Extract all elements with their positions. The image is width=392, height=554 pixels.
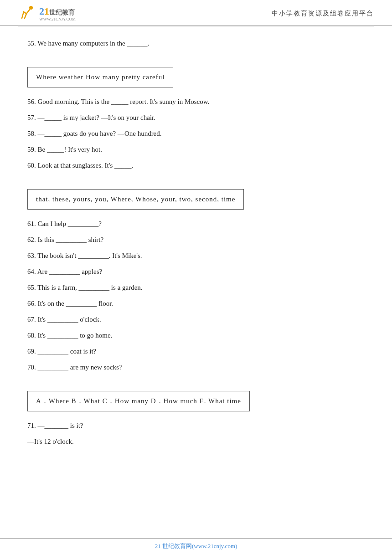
header: 21世纪教育 WWW.21CNJY.COM 中小学教育资源及组卷应用平台 bbox=[0, 0, 392, 26]
word-box-2: that, these, yours, you, Where, Whose, y… bbox=[27, 189, 244, 210]
q58: 58. —_____ goats do you have? —One hundr… bbox=[27, 128, 365, 140]
logo-url: WWW.21CNJY.COM bbox=[39, 17, 76, 21]
word-box-3: A．Where B．What C．How many D．How much E. … bbox=[27, 391, 250, 411]
q69: 69. _________ coat is it? bbox=[27, 345, 365, 358]
q66: 66. It's on the _________ floor. bbox=[27, 298, 365, 310]
q63: 63. The book isn't _________. It's Mike'… bbox=[27, 250, 365, 262]
footer: 21 世纪教育网(www.21cnjy.com) bbox=[0, 538, 392, 554]
q61: 61. Can I help _________? bbox=[27, 218, 365, 230]
word-box-1: Where weather How many pretty careful bbox=[27, 67, 173, 87]
logo-text-block: 21世纪教育 WWW.21CNJY.COM bbox=[39, 6, 76, 21]
section-q71: A．Where B．What C．How many D．How much E. … bbox=[27, 385, 365, 448]
q70: 70. _________ are my new socks? bbox=[27, 361, 365, 374]
q71b: —It's 12 o'clock. bbox=[27, 436, 365, 448]
logo-icon bbox=[18, 5, 36, 23]
section-q55: 55. We have many computers in the ______… bbox=[27, 37, 365, 50]
q55: 55. We have many computers in the ______… bbox=[27, 37, 365, 50]
q64: 64. Are _________ apples? bbox=[27, 266, 365, 278]
section-q61-70: that, these, yours, you, Where, Whose, y… bbox=[27, 183, 365, 374]
q56: 56. Good morning. This is the _____ repo… bbox=[27, 96, 365, 108]
logo-main-text: 21世纪教育 bbox=[39, 6, 76, 17]
q62: 62. Is this _________ shirt? bbox=[27, 234, 365, 246]
q71a: 71. —_______ is it? bbox=[27, 420, 365, 432]
main-content: 55. We have many computers in the ______… bbox=[0, 26, 392, 468]
q57: 57. —_____ is my jacket? —It's on your c… bbox=[27, 112, 365, 124]
logo-area: 21世纪教育 WWW.21CNJY.COM bbox=[18, 5, 76, 23]
q60: 60. Look at that sunglasses. It's _____. bbox=[27, 159, 365, 172]
q59: 59. Be _____! It's very hot. bbox=[27, 144, 365, 156]
q68: 68. It's _________ to go home. bbox=[27, 329, 365, 342]
q65: 65. This is a farm, _________ is a garde… bbox=[27, 282, 365, 294]
section-q56-60: Where weather How many pretty careful 56… bbox=[27, 61, 365, 172]
footer-text: 21 世纪教育网(www.21cnjy.com) bbox=[155, 543, 237, 549]
q67: 67. It's _________ o'clock. bbox=[27, 313, 365, 326]
site-title: 中小学教育资源及组卷应用平台 bbox=[272, 10, 374, 18]
